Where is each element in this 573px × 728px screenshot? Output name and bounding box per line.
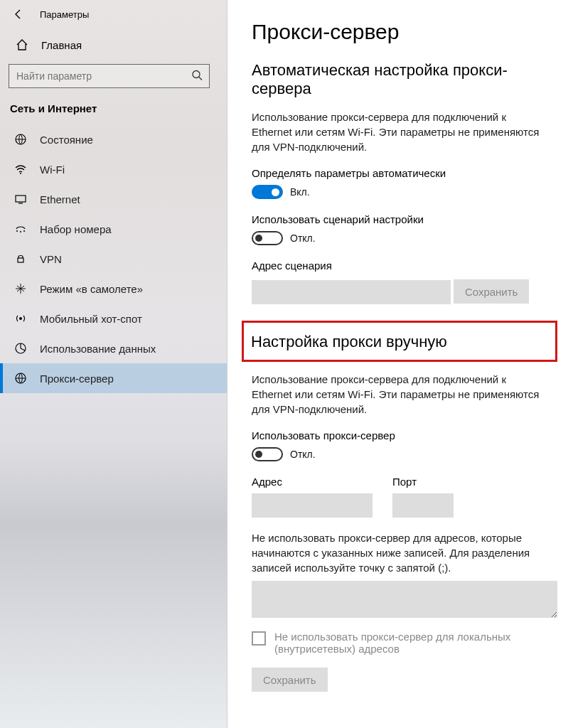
sidebar-item-status[interactable]: Состояние — [0, 124, 227, 154]
sidebar-item-label: Прокси-сервер — [40, 373, 114, 385]
auto-detect-label: Определять параметры автоматически — [252, 167, 549, 179]
back-button[interactable] — [13, 9, 24, 20]
sidebar-item-ethernet[interactable]: Ethernet — [0, 184, 227, 214]
search-input[interactable] — [9, 64, 210, 88]
manual-save-button[interactable]: Сохранить — [252, 668, 328, 692]
status-icon — [14, 133, 27, 146]
manual-section-desc: Использование прокси-сервера для подключ… — [252, 372, 549, 417]
proxy-icon — [14, 372, 27, 385]
svg-point-8 — [20, 231, 21, 232]
sidebar-item-label: Wi-Fi — [40, 164, 65, 176]
auto-save-button[interactable]: Сохранить — [454, 279, 530, 304]
vpn-icon — [14, 252, 27, 265]
sidebar-item-datausage[interactable]: Использование данных — [0, 333, 227, 363]
home-nav[interactable]: Главная — [0, 24, 227, 61]
wifi-icon — [14, 163, 27, 176]
app-title: Параметры — [40, 9, 89, 20]
search-icon — [191, 70, 203, 83]
port-input[interactable] — [392, 493, 454, 518]
title-bar: Параметры — [0, 0, 227, 24]
home-label: Главная — [41, 39, 82, 51]
local-exclude-label: Не использовать прокси-сервер для локаль… — [274, 631, 530, 655]
exceptions-input[interactable] — [252, 581, 557, 618]
port-col: Порт — [392, 476, 454, 518]
page-title: Прокси-сервер — [252, 20, 549, 44]
use-proxy-toggle[interactable] — [252, 447, 283, 461]
hotspot-icon — [14, 312, 27, 325]
manual-section-title: Настройка прокси вручную — [251, 333, 548, 351]
auto-section-title: Автоматическая настройка прокси-сервера — [252, 61, 549, 98]
auto-section-desc: Использование прокси-сервера для подключ… — [252, 109, 549, 154]
sidebar-item-label: Состояние — [40, 134, 93, 146]
svg-point-6 — [16, 230, 18, 232]
svg-rect-4 — [16, 196, 26, 202]
use-proxy-state: Откл. — [290, 449, 316, 460]
sidebar: Параметры Главная Сеть и Интернет Состоя… — [0, 0, 227, 728]
address-input[interactable] — [252, 493, 373, 518]
svg-line-1 — [199, 77, 202, 80]
sidebar-item-label: Режим «в самолете» — [40, 283, 143, 295]
sidebar-item-wifi[interactable]: Wi-Fi — [0, 154, 227, 184]
script-address-label: Адрес сценария — [252, 259, 549, 272]
use-script-label: Использовать сценарий настройки — [252, 213, 549, 225]
sidebar-item-label: Использование данных — [40, 343, 156, 355]
sidebar-item-airplane[interactable]: Режим «в самолете» — [0, 274, 227, 304]
svg-point-10 — [19, 317, 22, 320]
use-proxy-label: Использовать прокси-сервер — [252, 429, 549, 441]
use-script-state: Откл. — [290, 232, 316, 244]
svg-point-0 — [193, 71, 200, 78]
manual-highlight: Настройка прокси вручную — [242, 321, 557, 362]
category-header: Сеть и Интернет — [0, 98, 227, 124]
exceptions-text: Не использовать прокси-сервер для адресо… — [252, 530, 549, 575]
sidebar-item-label: VPN — [40, 253, 62, 265]
content-pane: Прокси-сервер Автоматическая настройка п… — [227, 0, 573, 728]
local-exclude-checkbox[interactable] — [252, 631, 266, 646]
port-label: Порт — [392, 476, 454, 488]
sidebar-item-label: Мобильный хот-спот — [40, 313, 142, 325]
use-script-toggle[interactable] — [252, 231, 283, 245]
sidebar-item-label: Ethernet — [40, 193, 80, 205]
auto-detect-toggle[interactable] — [252, 185, 283, 199]
svg-rect-9 — [18, 258, 23, 262]
auto-detect-state: Вкл. — [290, 186, 310, 198]
script-address-input[interactable] — [252, 280, 451, 304]
search-row — [0, 61, 227, 98]
svg-point-3 — [20, 173, 21, 174]
sidebar-item-vpn[interactable]: VPN — [0, 244, 227, 274]
address-col: Адрес — [252, 476, 373, 518]
sidebar-item-proxy[interactable]: Прокси-сервер — [0, 363, 227, 393]
address-label: Адрес — [252, 476, 373, 488]
sidebar-item-label: Набор номера — [40, 223, 112, 235]
sidebar-item-dialup[interactable]: Набор номера — [0, 214, 227, 244]
svg-point-7 — [23, 230, 25, 232]
datausage-icon — [14, 342, 27, 355]
home-icon — [16, 38, 28, 51]
ethernet-icon — [14, 193, 27, 205]
dialup-icon — [14, 223, 27, 235]
sidebar-item-hotspot[interactable]: Мобильный хот-спот — [0, 304, 227, 333]
airplane-icon — [14, 282, 27, 295]
